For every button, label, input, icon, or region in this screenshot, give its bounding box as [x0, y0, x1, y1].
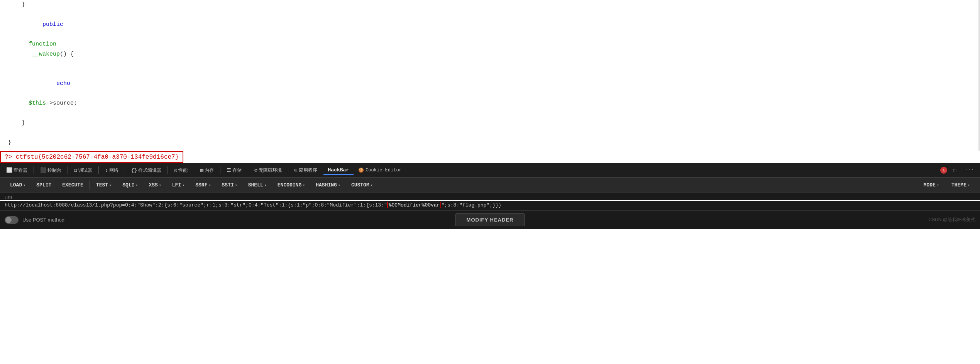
dt-separator [168, 166, 168, 174]
theme-arrow-icon: ▾ [968, 183, 970, 188]
post-method-toggle[interactable] [5, 216, 19, 224]
url-highlighted-param: %00Modifier%00var [387, 202, 442, 208]
dt-separator [248, 166, 248, 174]
storage-icon: ☰ [227, 167, 231, 173]
devtools-performance[interactable]: ◎ 性能 [171, 166, 191, 175]
hackbar-hashing-button[interactable]: HASHING ▾ [310, 180, 346, 190]
url-container[interactable]: http://localhost:8088/class13/1.php?pop=… [0, 201, 980, 210]
storage-label: 存储 [232, 167, 242, 174]
mode-label: MODE [924, 182, 936, 188]
shell-label: SHELL [248, 182, 263, 188]
dt-separator [98, 166, 99, 174]
theme-label: THEME [951, 182, 966, 188]
url-text[interactable]: http://localhost:8088/class13/1.php?pop=… [5, 202, 975, 208]
style-editor-label: 样式编辑器 [138, 167, 161, 174]
code-line: } [8, 0, 972, 10]
devtools-style-editor[interactable]: {} 样式编辑器 [128, 166, 165, 175]
hackbar-xss-button[interactable]: XSS ▾ [143, 180, 166, 190]
hackbar-custom-button[interactable]: CUSTOM ▾ [346, 180, 378, 190]
devtools-hackbar-tab[interactable]: HackBar [323, 166, 354, 175]
code-line [8, 148, 972, 151]
dt-separator [194, 166, 194, 174]
devtools-application[interactable]: ⊞ 应用程序 [291, 166, 320, 175]
hackbar-split-button[interactable]: SPLIT [31, 180, 57, 190]
flag-value: ctfstu{5c202c62-7567-4fa0-a370-134fe9d16… [16, 154, 179, 161]
ssrf-arrow-icon: ▾ [208, 183, 211, 188]
custom-arrow-icon: ▾ [371, 183, 373, 188]
debugger-icon: ◻ [74, 167, 77, 173]
load-label: LOAD [10, 182, 22, 188]
devtools-accessibility[interactable]: ⚙ 无障碍环境 [251, 166, 285, 175]
devtools-bar: ⬜ 查看器 ⬛ 控制台 ◻ 调试器 ↕ 网络 {} 样式编辑器 ◎ 性能 ▦ 内… [0, 163, 980, 178]
devtools-more-icon[interactable]: ··· [962, 166, 977, 174]
ssti-arrow-icon: ▾ [235, 183, 237, 188]
scroll-indicator [978, 0, 980, 151]
performance-label: 性能 [178, 167, 188, 174]
encoding-arrow-icon: ▾ [303, 183, 305, 188]
hackbar-toolbar: LOAD ▾ SPLIT EXECUTE TEST ▾ SQLI ▾ XSS ▾… [0, 178, 980, 193]
application-icon: ⊞ [295, 167, 298, 173]
network-icon: ↕ [105, 168, 108, 173]
memory-icon: ▦ [200, 167, 203, 173]
code-area: } public function __wakeup() { echo $thi… [0, 0, 980, 151]
php-tag: ?> [5, 154, 12, 161]
hackbar-ssrf-button[interactable]: SSRF ▾ [190, 180, 216, 190]
modify-header-button[interactable]: MODIFY HEADER [455, 213, 525, 226]
code-line: } [8, 138, 972, 148]
hashing-label: HASHING [316, 182, 337, 188]
code-line [8, 128, 972, 138]
application-label: 应用程序 [299, 167, 317, 174]
toggle-knob [5, 217, 12, 223]
hackbar-lfi-button[interactable]: LFI ▾ [167, 180, 190, 190]
post-method-label: Use POST method [22, 217, 64, 223]
ssrf-label: SSRF [195, 182, 207, 188]
accessibility-label: 无障碍环境 [259, 167, 282, 174]
cookie-icon: 🍪 [358, 168, 364, 173]
hackbar-test-button[interactable]: TEST ▾ [91, 180, 117, 190]
hackbar-separator [90, 181, 90, 190]
network-label: 网络 [109, 167, 118, 174]
hackbar-theme-button[interactable]: THEME ▾ [946, 180, 975, 190]
error-badge[interactable]: 1 [940, 167, 947, 174]
xss-label: XSS [149, 182, 157, 188]
hackbar-load-button[interactable]: LOAD ▾ [5, 180, 31, 190]
code-line: } [8, 118, 972, 128]
dt-separator [288, 166, 288, 174]
mode-arrow-icon: ▾ [937, 183, 939, 188]
dt-separator [125, 166, 125, 174]
devtools-memory[interactable]: ▦ 内存 [197, 166, 217, 175]
inspector-label: 查看器 [14, 167, 27, 174]
performance-icon: ◎ [174, 167, 177, 173]
lfi-label: LFI [172, 182, 181, 188]
hackbar-right-buttons: MODE ▾ THEME ▾ [918, 180, 975, 190]
inspector-icon: ⬜ [6, 167, 12, 173]
hackbar-execute-button[interactable]: EXECUTE [57, 180, 89, 190]
url-label: URL [5, 195, 975, 200]
devtools-storage[interactable]: ☰ 存储 [223, 166, 245, 175]
cookie-editor-label: Cookie-Editor [366, 168, 402, 173]
devtools-network[interactable]: ↕ 网络 [102, 166, 122, 175]
devtools-console[interactable]: ⬛ 控制台 [37, 166, 64, 175]
split-label: SPLIT [36, 182, 51, 188]
devtools-dock-icon[interactable]: ⬚ [950, 166, 959, 174]
hackbar-encoding-button[interactable]: ENCODING ▾ [272, 180, 310, 190]
ssti-label: SSTI [222, 182, 234, 188]
url-suffix: ";s:8:"flag.php";}}} [441, 202, 501, 208]
debugger-label: 调试器 [78, 167, 92, 174]
accessibility-icon: ⚙ [254, 167, 257, 173]
shell-arrow-icon: ▾ [264, 183, 267, 188]
hackbar-ssti-button[interactable]: SSTI ▾ [217, 180, 243, 190]
custom-label: CUSTOM [351, 182, 369, 188]
dt-separator [34, 166, 34, 174]
code-line: echo $this->source; [8, 69, 972, 119]
test-label: TEST [96, 182, 108, 188]
devtools-inspector[interactable]: ⬜ 查看器 [3, 166, 30, 175]
hackbar-mode-button[interactable]: MODE ▾ [918, 180, 944, 190]
flag-container: ?> ctfstu{5c202c62-7567-4fa0-a370-134fe9… [0, 151, 980, 163]
devtools-debugger[interactable]: ◻ 调试器 [71, 166, 95, 175]
hackbar-shell-button[interactable]: SHELL ▾ [243, 180, 272, 190]
url-area: URL [0, 193, 980, 200]
devtools-cookie-editor-tab[interactable]: 🍪 Cookie-Editor [355, 166, 405, 174]
hackbar-sqli-button[interactable]: SQLI ▾ [117, 180, 143, 190]
lfi-arrow-icon: ▾ [182, 183, 184, 188]
